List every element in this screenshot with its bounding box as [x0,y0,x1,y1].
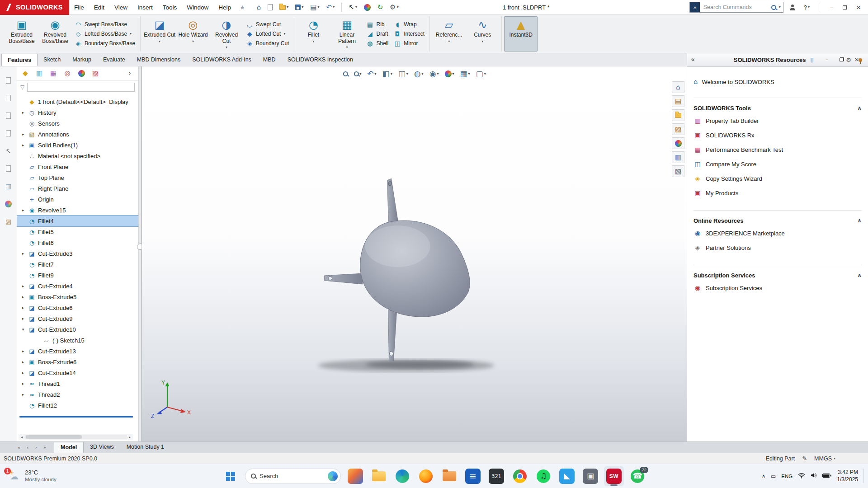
taskbar-search[interactable]: Search [245,469,341,484]
expand-collapsed-icon[interactable]: ▸ [20,284,26,288]
section-header-solidworks-tools[interactable]: SOLIDWORKS Tools∧ [693,103,862,113]
volume-icon[interactable] [811,473,817,479]
section-view-button[interactable]: ◧▾ [382,69,393,79]
docked-tool-6[interactable] [3,164,14,174]
propertymanager-tab[interactable]: ▥ [34,69,44,79]
model-3d[interactable] [325,178,470,361]
tree-item-annotations[interactable]: ▸▧Annotations [17,129,138,140]
tree-horizontal-scrollbar[interactable]: ◂ ▸ [19,434,133,440]
tree-item-boss-extrude6[interactable]: ▸▣Boss-Extrude6 [17,357,138,367]
chrome-taskbar-button[interactable] [510,466,530,486]
curves-button[interactable]: ∿Curves▾ [466,16,499,52]
swept-boss-base-button[interactable]: ◠Swept Boss/Base [75,21,135,28]
docked-tool-9[interactable]: ▨ [3,216,14,226]
language-indicator[interactable]: ENG [781,474,793,479]
tree-item-cut-extrude3[interactable]: ▸◪Cut-Extrude3 [17,248,138,259]
swept-cut-button[interactable]: ◡Swept Cut [246,21,289,28]
help-button[interactable]: ?▾ [802,1,811,13]
whatsapp-taskbar-button[interactable]: ☎72 [627,466,647,486]
vscode-taskbar-button[interactable]: ◣ [557,466,577,486]
battery-icon[interactable] [822,473,831,479]
start-button[interactable] [221,466,241,486]
tree-item-sketch15[interactable]: ▱(-) Sketch15 [17,335,138,346]
performance-benchmark-test-link[interactable]: ▦Performance Benchmark Test [693,142,862,157]
new-document-button[interactable] [266,1,274,13]
referenc-button[interactable]: ▱Referenc...▾ [432,16,466,52]
menu-tools[interactable]: Tools [158,0,182,14]
file-explorer-tab[interactable] [672,109,684,121]
search-caret-icon[interactable]: ▾ [779,5,781,9]
media-app-taskbar-button[interactable]: ▣ [580,466,600,486]
scrollbar-thumb[interactable] [26,435,82,439]
weather-widget[interactable]: ☀ ☁ 1 23°C Mostly cloudy [3,464,61,488]
tree-item-fillet4[interactable]: ◔Fillet4 [17,216,138,226]
rollback-bar[interactable] [19,416,133,418]
tabs-overflow[interactable]: › [125,69,135,79]
minimize-button[interactable]: – [825,1,838,13]
orientation-triad[interactable]: Y X Z [149,378,192,419]
view-settings-button[interactable]: ▢▾ [475,69,487,79]
menu-window[interactable]: Window [182,0,213,14]
welcome-to-solidworks-link[interactable]: ⌂Welcome to SOLIDWORKS [693,76,862,88]
wrap-button[interactable]: ◖Wrap [394,21,425,28]
tree-item-cut-extrude6[interactable]: ▸◪Cut-Extrude6 [17,302,138,313]
home-button[interactable]: ⌂ [255,1,263,13]
extruded-cut-button[interactable]: ◪Extruded Cut▾ [143,16,176,52]
docked-tool-3[interactable] [3,111,14,121]
tree-item-sensors[interactable]: ◎Sensors [17,118,138,129]
expand-collapsed-icon[interactable]: ▸ [20,371,26,375]
user-account-button[interactable] [788,1,797,13]
tree-item-thread2[interactable]: ▸≈Thread2 [17,389,138,400]
search-icon[interactable] [771,5,776,10]
mirror-button[interactable]: ◫Mirror [394,40,425,47]
appearances-scenes-tab[interactable] [672,137,684,149]
expand-collapsed-icon[interactable]: ▸ [20,295,26,299]
tab-evaluate[interactable]: Evaluate [97,54,131,66]
docked-tool-4[interactable] [3,128,14,138]
edit-appearance-button[interactable]: ▾ [443,70,455,78]
lofted-boss-base-button[interactable]: ◇Lofted Boss/Base▾ [75,31,135,37]
save-button[interactable]: ▾ [293,1,305,13]
scroll-right-icon[interactable]: ▸ [127,435,133,439]
appearance-button[interactable] [362,1,373,13]
docked-tool-8[interactable] [3,199,14,209]
section-header-subscription-services[interactable]: Subscription Services∧ [693,270,862,281]
dimxpertmanager-tab[interactable]: ◎ [62,69,72,79]
mail-taskbar-button[interactable]: ≡ [463,466,483,486]
tree-item-front-plane[interactable]: ▱Front Plane [17,161,138,172]
tree-item-fillet12[interactable]: ◔Fillet12 [17,400,138,411]
tree-item-right-plane[interactable]: ▱Right Plane [17,183,138,194]
solidworks-taskbar-button[interactable]: SW [604,466,624,486]
tree-item-material-not-specified[interactable]: ∴Material <not specified> [17,150,138,161]
expand-collapsed-icon[interactable]: ▸ [20,143,26,147]
fillet-button[interactable]: ◔Fillet▾ [297,16,330,52]
expand-collapsed-icon[interactable]: ▸ [20,360,26,364]
boundary-cut-button[interactable]: ◈Boundary Cut [246,40,289,47]
graphics-viewport[interactable]: ▾↶▾◧▾◫▾◍▾◉▾▾▦▾▢▾ [142,66,687,441]
zoom-to-fit-button[interactable] [342,70,349,77]
inspection-tab[interactable]: ▨ [90,69,100,79]
expand-collapsed-icon[interactable]: ▸ [20,381,26,386]
collapse-icon[interactable]: ∧ [857,272,862,278]
tree-item-cut-extrude13[interactable]: ▸◪Cut-Extrude13 [17,346,138,357]
scrollbar-track[interactable] [25,435,127,439]
docked-tool-2[interactable] [3,93,14,103]
menu-file[interactable]: File [69,0,89,14]
display-style-button[interactable]: ◍▾ [413,69,425,79]
docked-tool-1[interactable] [3,75,14,85]
close-document-button[interactable]: × [853,55,861,64]
section-header-online-resources[interactable]: Online Resources∧ [693,215,862,226]
tab-solidworks-inspection[interactable]: SOLIDWORKS Inspection [282,54,359,66]
zoom-to-area-button[interactable]: ▾ [353,70,362,77]
expand-collapsed-icon[interactable]: ▸ [20,251,26,256]
model-tab-3d-views[interactable]: 3D Views [84,442,120,453]
solidworks-rx-link[interactable]: ▣SOLIDWORKS Rx [693,128,862,142]
boundary-boss-base-button[interactable]: ◈Boundary Boss/Base [75,40,135,47]
select-button[interactable]: ↖▾ [347,1,359,13]
compare-my-score-link[interactable]: ◫Compare My Score [693,157,862,171]
scroll-left-button[interactable]: ‹ [24,445,31,450]
subscription-services-link[interactable]: ◉Subscription Services [693,281,862,295]
view-orientation-button[interactable]: ◫▾ [397,69,409,79]
docked-tool-7[interactable]: ▥ [3,181,14,191]
tree-item-solid-bodies-1[interactable]: ▸▣Solid Bodies(1) [17,140,138,150]
